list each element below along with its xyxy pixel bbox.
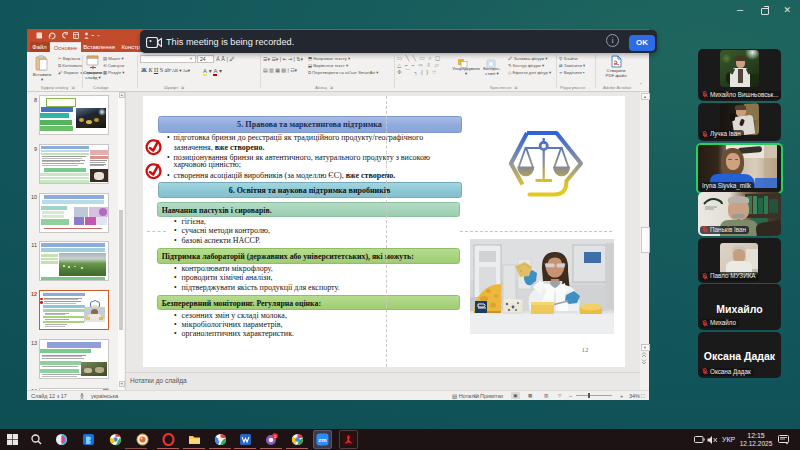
svg-text:zm: zm xyxy=(318,437,326,443)
